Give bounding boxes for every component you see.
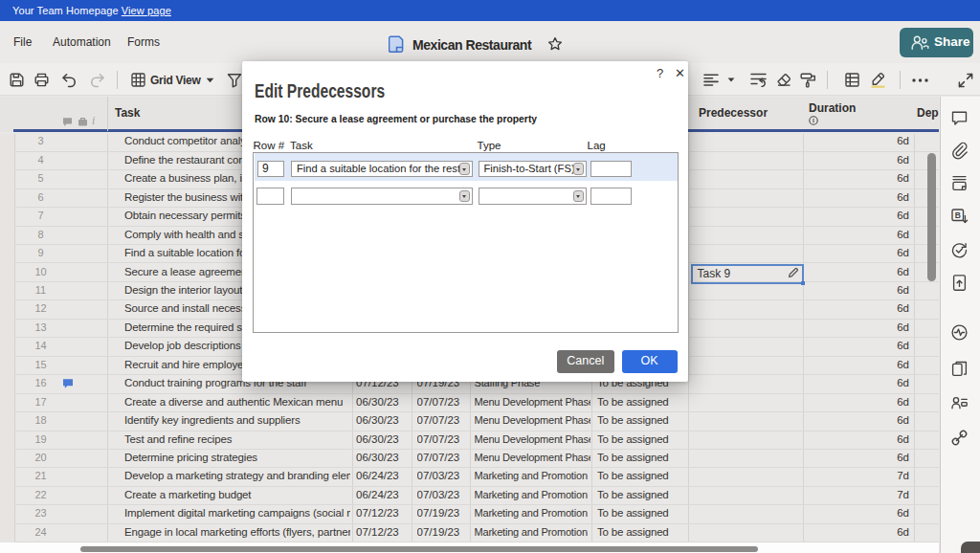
svg-text:B: B — [955, 210, 961, 220]
